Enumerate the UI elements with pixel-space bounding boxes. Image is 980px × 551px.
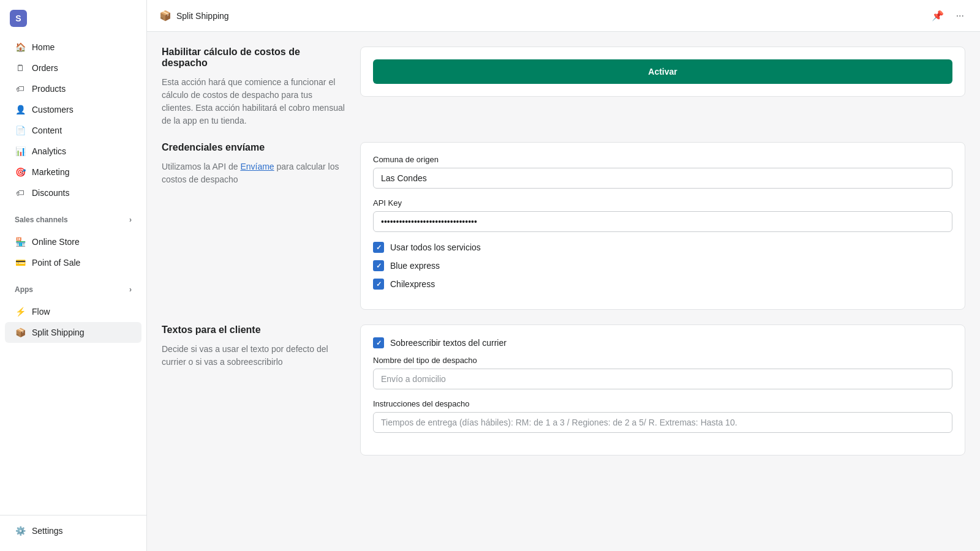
apps-section: Apps › [0,278,146,296]
sidebar-item-label: Marketing [32,167,69,177]
nombre-input[interactable] [373,369,952,389]
sidebar-item-label: Home [32,42,55,52]
textos-section: Textos para el cliente Decide si vas a u… [162,324,965,455]
activate-text: Esta acción hará que comience a funciona… [162,76,345,127]
sidebar-item-discounts[interactable]: 🏷 Discounts [5,182,141,203]
checkbox-sobreescribir[interactable]: ✓ [373,337,384,348]
flow-icon: ⚡ [15,306,26,317]
textos-card: ✓ Sobreescribir textos del currier Nombr… [360,324,965,455]
discounts-icon: 🏷 [15,187,26,198]
analytics-icon: 📊 [15,146,26,157]
orders-icon: 🗒 [15,62,26,73]
sidebar-item-label: Customers [32,105,74,114]
checkbox-sobreescribir-label: Sobreescribir textos del currier [390,338,507,348]
customers-icon: 👤 [15,104,26,115]
checkbox-todos-label: Usar todos los servicios [390,242,481,252]
instrucciones-label: Instrucciones del despacho [373,399,952,408]
activate-title: Habilitar cálculo de costos de despacho [162,47,345,69]
products-icon: 🏷 [15,83,26,94]
home-icon: 🏠 [15,42,26,53]
content-icon: 📄 [15,125,26,136]
checkbox-sobreescribir-row: ✓ Sobreescribir textos del currier [373,337,952,348]
marketing-icon: 🎯 [15,167,26,178]
credentials-description: Credenciales envíame Utilizamos la API d… [162,142,345,186]
sidebar-item-label: Settings [32,526,63,536]
activate-section: Habilitar cálculo de costos de despacho … [162,47,965,127]
sidebar-item-settings[interactable]: ⚙️ Settings [5,520,141,541]
api-key-group: API Key [373,198,952,232]
api-key-input[interactable] [373,211,952,232]
settings-icon: ⚙️ [15,525,26,536]
topbar: 📦 Split Shipping 📌 ··· [147,0,980,32]
sidebar-item-label: Analytics [32,146,66,156]
credentials-text: Utilizamos la API de Envíame para calcul… [162,160,345,186]
page-content: Habilitar cálculo de costos de despacho … [147,32,980,551]
checkbox-blue-label: Blue express [390,261,440,271]
sidebar-item-online-store[interactable]: 🏪 Online Store [5,231,141,252]
online-store-icon: 🏪 [15,236,26,247]
pos-icon: 💳 [15,257,26,268]
checkbox-blue[interactable]: ✓ [373,260,384,271]
topbar-app-icon: 📦 [159,10,172,22]
nombre-label: Nombre del tipo de despacho [373,356,952,365]
sidebar-item-split-shipping[interactable]: 📦 Split Shipping [5,322,141,343]
textos-title: Textos para el cliente [162,324,345,335]
checkbox-chile[interactable]: ✓ [373,279,384,290]
comuna-label: Comuna de origen [373,155,952,164]
enviame-link[interactable]: Envíame [240,162,274,171]
sidebar-item-products[interactable]: 🏷 Products [5,78,141,99]
sidebar-item-label: Products [32,84,66,94]
instrucciones-group: Instrucciones del despacho [373,399,952,433]
sidebar-item-orders[interactable]: 🗒 Orders [5,58,141,78]
sidebar-bottom: ⚙️ Settings [0,515,146,551]
sidebar-nav: 🏠 Home 🗒 Orders 🏷 Products 👤 Customers 📄… [0,32,146,208]
nombre-group: Nombre del tipo de despacho [373,356,952,389]
activate-description: Habilitar cálculo de costos de despacho … [162,47,345,127]
sidebar-item-label: Content [32,126,62,135]
comuna-input[interactable] [373,168,952,189]
api-key-label: API Key [373,198,952,208]
sidebar-item-flow[interactable]: ⚡ Flow [5,301,141,322]
activate-button[interactable]: Activar [373,59,952,84]
sidebar: S 🏠 Home 🗒 Orders 🏷 Products 👤 Customers… [0,0,147,551]
checkbox-chile-label: Chilexpress [390,279,435,289]
sidebar-item-label: Split Shipping [32,328,85,337]
sidebar-item-home[interactable]: 🏠 Home [5,37,141,58]
credentials-section: Credenciales envíame Utilizamos la API d… [162,142,965,310]
topbar-title: Split Shipping [176,11,229,21]
sidebar-item-content[interactable]: 📄 Content [5,120,141,141]
comuna-group: Comuna de origen [373,155,952,189]
sidebar-item-label: Online Store [32,237,80,247]
topbar-left: 📦 Split Shipping [159,10,229,22]
checkbox-todos[interactable]: ✓ [373,242,384,253]
sidebar-item-marketing[interactable]: 🎯 Marketing [5,162,141,182]
sidebar-logo: S [0,0,146,32]
credentials-title: Credenciales envíame [162,142,345,153]
sidebar-item-analytics[interactable]: 📊 Analytics [5,141,141,162]
more-button[interactable]: ··· [952,8,968,24]
sales-channels-section: Sales channels › [0,208,146,227]
chevron-right-icon: › [129,216,132,224]
activate-card: Activar [360,47,965,97]
sidebar-item-label: Point of Sale [32,258,80,268]
pin-button[interactable]: 📌 [928,7,948,24]
sidebar-item-label: Orders [32,63,58,73]
sidebar-item-label: Discounts [32,188,69,198]
main-content: 📦 Split Shipping 📌 ··· Habilitar cálculo… [147,0,980,551]
chevron-right-icon: › [129,285,132,294]
topbar-actions: 📌 ··· [928,7,968,24]
sales-channels-nav: 🏪 Online Store 💳 Point of Sale [0,227,146,278]
apps-nav: ⚡ Flow 📦 Split Shipping [0,296,146,348]
textos-description: Textos para el cliente Decide si vas a u… [162,324,345,369]
logo-icon: S [10,10,27,27]
textos-text: Decide si vas a usar el texto por defect… [162,343,345,369]
instrucciones-input[interactable] [373,412,952,433]
checkbox-chile-row: ✓ Chilexpress [373,279,952,290]
sidebar-item-customers[interactable]: 👤 Customers [5,99,141,120]
sidebar-item-label: Flow [32,307,50,317]
split-shipping-icon: 📦 [15,327,26,338]
credentials-card: Comuna de origen API Key ✓ Usar todos lo… [360,142,965,310]
sidebar-item-point-of-sale[interactable]: 💳 Point of Sale [5,252,141,273]
checkbox-todos-row: ✓ Usar todos los servicios [373,242,952,253]
checkbox-blue-row: ✓ Blue express [373,260,952,271]
